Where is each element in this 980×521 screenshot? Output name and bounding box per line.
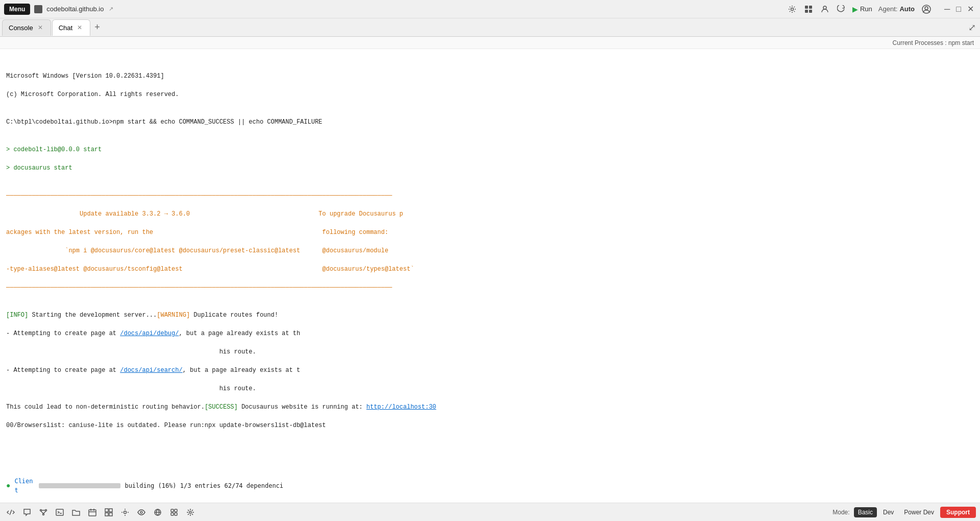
progress-bar-1	[39, 483, 120, 488]
console-line: his route.	[6, 384, 974, 393]
tab-console[interactable]: Console ✕	[2, 19, 51, 36]
svg-line-14	[43, 511, 46, 513]
window-controls: ─ □ ✕	[942, 3, 976, 15]
progress-row-1: ● Client building (16%) 1/3 entries 62/7…	[6, 477, 974, 495]
console-line: 00/Browserslist: caniuse-lite is outdate…	[6, 421, 974, 430]
title-bar-left: Menu codeboltai.github.io ↗	[4, 4, 787, 15]
svg-point-9	[40, 509, 42, 511]
console-line: ────────────────────────────────────────…	[6, 283, 974, 292]
run-label: Run	[860, 5, 872, 13]
svg-point-32	[189, 511, 191, 513]
settings-icon[interactable]	[787, 4, 797, 14]
console-line: (c) Microsoft Corporation. All rights re…	[6, 90, 974, 99]
settings-bottom-icon[interactable]	[118, 507, 132, 518]
svg-line-8	[10, 510, 12, 515]
agent-label: Agent: Auto	[878, 5, 915, 13]
console-line: - Attempting to create page at /docs/api…	[6, 366, 974, 375]
url-text: codeboltai.github.io	[46, 5, 104, 13]
console-line: > codebolt-lib@0.0.0 start	[6, 145, 974, 154]
favicon-icon	[34, 5, 42, 13]
svg-rect-24	[109, 513, 112, 516]
svg-rect-22	[109, 509, 112, 512]
svg-rect-30	[171, 513, 174, 515]
status-top-bar: Current Processes : npm start	[0, 37, 980, 49]
chat-tab-label: Chat	[59, 24, 72, 32]
extensions-icon[interactable]	[803, 4, 814, 14]
console-line: > docusaurus start	[6, 163, 974, 173]
svg-point-11	[43, 513, 44, 515]
agents-icon[interactable]	[820, 4, 830, 14]
svg-rect-28	[171, 509, 174, 512]
svg-rect-3	[805, 10, 808, 13]
eye-icon[interactable]	[135, 507, 148, 518]
mode-power-dev-button[interactable]: Power Dev	[900, 507, 938, 517]
title-bar: Menu codeboltai.github.io ↗	[0, 0, 980, 18]
globe-icon[interactable]	[151, 507, 164, 518]
calendar-icon[interactable]	[86, 507, 99, 518]
svg-point-10	[45, 509, 47, 511]
chat-bubble-icon[interactable]	[20, 507, 34, 518]
bottom-toolbar: Mode: Basic Dev Power Dev Support	[0, 503, 980, 521]
config-bottom-icon[interactable]	[184, 507, 197, 518]
svg-point-26	[140, 511, 142, 513]
console-line: Update available 3.3.2 → 3.6.0 To upgrad…	[6, 209, 974, 219]
svg-line-13	[41, 511, 43, 513]
refresh-icon[interactable]	[836, 4, 846, 14]
terminal-icon[interactable]	[53, 507, 66, 518]
external-link-icon[interactable]: ↗	[109, 6, 113, 12]
svg-point-5	[823, 6, 826, 9]
console-success-line: This could lead to non-deterministic rou…	[6, 402, 974, 412]
console-line: his route.	[6, 347, 974, 357]
maximize-button[interactable]: □	[954, 4, 963, 15]
close-button[interactable]: ✕	[965, 3, 976, 15]
svg-rect-4	[809, 10, 812, 13]
current-processes-label: Current Processes : npm start	[893, 39, 974, 46]
agent-mode: Auto	[899, 5, 915, 13]
svg-rect-29	[175, 509, 177, 512]
bottom-toolbar-left	[4, 507, 829, 518]
extension-bottom-icon[interactable]	[167, 507, 181, 518]
svg-rect-2	[809, 6, 812, 9]
svg-rect-21	[105, 509, 108, 512]
chat-tab-close[interactable]: ✕	[76, 24, 84, 31]
svg-rect-17	[89, 510, 96, 516]
console-command-line: C:\btpl\codeboltai.github.io>npm start &…	[6, 117, 974, 127]
expand-icon[interactable]: ⤢	[968, 22, 976, 33]
console-line: `npm i @docusaurus/core@latest @docusaur…	[6, 246, 974, 255]
svg-point-7	[925, 7, 928, 10]
mode-basic-button[interactable]: Basic	[854, 507, 877, 517]
console-line: - Attempting to create page at /docs/api…	[6, 329, 974, 338]
title-bar-right: ▶ Run Agent: Auto ─ □ ✕	[787, 3, 976, 15]
play-icon: ▶	[852, 5, 858, 13]
code-icon[interactable]	[4, 507, 17, 518]
svg-point-25	[124, 511, 127, 513]
progress-text-1: building (16%) 1/3 entries 62/74 depende…	[125, 481, 283, 490]
tab-chat[interactable]: Chat ✕	[52, 19, 90, 36]
console-info-warning-line: [INFO] Starting the development server..…	[6, 311, 974, 320]
folder-icon[interactable]	[69, 507, 83, 518]
console-output[interactable]: Microsoft Windows [Version 10.0.22631.43…	[0, 49, 980, 503]
flow-icon[interactable]	[37, 507, 50, 518]
console-tab-label: Console	[9, 24, 33, 32]
minimize-button[interactable]: ─	[942, 4, 952, 15]
console-update-banner: ────────────────────────────────────────…	[6, 191, 974, 200]
svg-rect-31	[175, 513, 177, 515]
progress-dot: ●	[6, 481, 10, 491]
user-icon[interactable]	[921, 4, 932, 15]
console-line: ackages with the latest version, run the…	[6, 228, 974, 237]
support-button[interactable]: Support	[940, 507, 976, 518]
run-button[interactable]: ▶ Run	[852, 5, 872, 13]
grid-icon[interactable]	[102, 507, 115, 518]
console-line: Microsoft Windows [Version 10.0.22631.43…	[6, 72, 974, 81]
bottom-toolbar-right: Mode: Basic Dev Power Dev Support	[832, 507, 976, 518]
svg-rect-1	[805, 6, 808, 9]
tab-bar: Console ✕ Chat ✕ + ⤢	[0, 18, 980, 37]
console-line: -type-aliases@latest @docusaurus/tsconfi…	[6, 265, 974, 274]
svg-point-0	[791, 8, 793, 10]
mode-dev-button[interactable]: Dev	[879, 507, 898, 517]
add-tab-button[interactable]: +	[91, 21, 103, 34]
menu-button[interactable]: Menu	[4, 4, 30, 15]
console-tab-close[interactable]: ✕	[36, 24, 44, 31]
mode-label: Mode:	[832, 509, 849, 516]
svg-rect-23	[105, 513, 108, 516]
